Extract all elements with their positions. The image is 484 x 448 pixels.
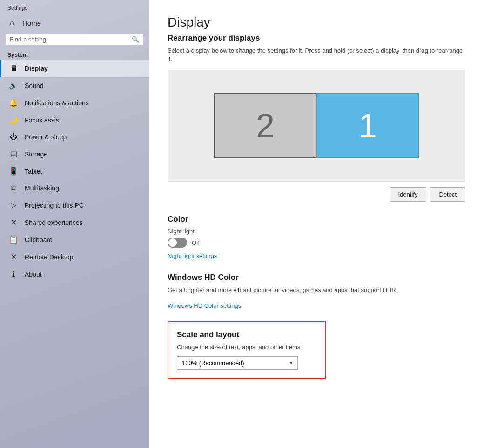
toggle-knob	[168, 238, 177, 247]
sidebar-item-label: Focus assist	[25, 116, 61, 124]
sidebar-home-button[interactable]: ⌂ Home	[0, 14, 149, 32]
sidebar-item-about[interactable]: ℹ About	[0, 265, 149, 283]
sidebar-item-label: Clipboard	[25, 236, 53, 244]
projecting-icon: ▷	[9, 201, 18, 210]
power-icon: ⏻	[9, 133, 18, 141]
focus-icon: 🌙	[9, 115, 18, 124]
storage-icon: ▤	[9, 149, 18, 158]
home-label: Home	[22, 19, 41, 27]
hdr-section: Windows HD Color Get a brighter and more…	[168, 273, 465, 309]
monitor-1[interactable]: 1	[316, 93, 419, 158]
sound-icon: 🔊	[9, 81, 18, 90]
sidebar-item-remote[interactable]: ✕ Remote Desktop	[0, 248, 149, 265]
display-area[interactable]: 2 1	[168, 70, 465, 182]
sidebar-item-label: Power & sleep	[25, 133, 67, 141]
scale-value: 100% (Recommended)	[182, 360, 244, 367]
sidebar-item-storage[interactable]: ▤ Storage	[0, 145, 149, 163]
sidebar-item-label: Display	[25, 65, 48, 72]
sidebar-item-label: Notifications & actions	[25, 99, 89, 107]
sidebar-item-display[interactable]: 🖥 Display	[0, 60, 149, 77]
sidebar-item-label: About	[25, 271, 42, 278]
sidebar-item-clipboard[interactable]: 📋 Clipboard	[0, 231, 149, 248]
monitor-2-number: 2	[256, 107, 275, 145]
sidebar-item-notifications[interactable]: 🔔 Notifications & actions	[0, 94, 149, 111]
sidebar-item-label: Shared experiences	[25, 219, 83, 226]
sidebar-item-label: Tablet	[25, 168, 42, 175]
monitor-container: 2 1	[214, 93, 419, 158]
clipboard-icon: 📋	[9, 235, 18, 244]
page-title: Display	[168, 15, 465, 30]
main-content: Display Rearrange your displays Select a…	[149, 0, 484, 448]
hdr-settings-link[interactable]: Windows HD Color settings	[168, 302, 241, 309]
identify-button[interactable]: Identify	[390, 187, 427, 202]
notifications-icon: 🔔	[9, 98, 18, 107]
night-light-status: Off	[192, 239, 200, 246]
sidebar-item-multitasking[interactable]: ⧉ Multitasking	[0, 180, 149, 197]
shared-icon: ✕	[9, 218, 18, 227]
detect-button[interactable]: Detect	[430, 187, 465, 202]
color-title: Color	[168, 215, 465, 224]
night-light-label: Night light	[168, 228, 465, 235]
night-light-toggle[interactable]	[168, 238, 187, 248]
app-title: Settings	[0, 0, 149, 14]
rearrange-title: Rearrange your displays	[168, 34, 465, 43]
search-box[interactable]: 🔍	[6, 34, 143, 45]
search-icon: 🔍	[132, 36, 139, 43]
hdr-desc: Get a brighter and more vibrant picture …	[168, 286, 465, 294]
sidebar-item-label: Multitasking	[25, 184, 59, 192]
sidebar: Settings ⌂ Home 🔍 System 🖥 Display 🔊 Sou…	[0, 0, 149, 448]
sidebar-item-projecting[interactable]: ▷ Projecting to this PC	[0, 197, 149, 214]
sidebar-item-label: Sound	[25, 82, 43, 89]
sidebar-item-focus[interactable]: 🌙 Focus assist	[0, 111, 149, 129]
display-icon: 🖥	[9, 64, 18, 73]
about-icon: ℹ	[9, 270, 18, 278]
monitor-2[interactable]: 2	[214, 93, 316, 158]
tablet-icon: 📱	[9, 167, 18, 176]
sidebar-item-label: Remote Desktop	[25, 253, 73, 261]
remote-icon: ✕	[9, 252, 18, 261]
sidebar-item-tablet[interactable]: 📱 Tablet	[0, 163, 149, 180]
night-light-row: Off	[168, 238, 465, 248]
scale-layout-section: Scale and layout Change the size of text…	[168, 321, 326, 379]
monitor-1-number: 1	[358, 107, 377, 145]
hdr-title: Windows HD Color	[168, 273, 465, 282]
scale-title: Scale and layout	[177, 330, 316, 339]
rearrange-desc: Select a display below to change the set…	[168, 47, 465, 63]
search-input[interactable]	[10, 36, 132, 43]
sidebar-item-power[interactable]: ⏻ Power & sleep	[0, 129, 149, 145]
sidebar-item-label: Projecting to this PC	[25, 202, 84, 209]
rearrange-section: Rearrange your displays Select a display…	[168, 34, 465, 202]
scale-desc: Change the size of text, apps, and other…	[177, 343, 316, 352]
color-section: Color Night light Off Night light settin…	[168, 215, 465, 260]
display-actions: Identify Detect	[168, 187, 465, 202]
system-section-title: System	[0, 49, 149, 60]
sidebar-item-shared[interactable]: ✕ Shared experiences	[0, 214, 149, 231]
sidebar-item-sound[interactable]: 🔊 Sound	[0, 77, 149, 94]
night-light-settings-link[interactable]: Night light settings	[168, 252, 217, 259]
multitasking-icon: ⧉	[9, 184, 18, 192]
scale-dropdown[interactable]: 100% (Recommended) ▾	[177, 356, 298, 370]
sidebar-item-label: Storage	[25, 150, 47, 158]
home-icon: ⌂	[7, 19, 17, 27]
chevron-down-icon: ▾	[290, 360, 293, 366]
